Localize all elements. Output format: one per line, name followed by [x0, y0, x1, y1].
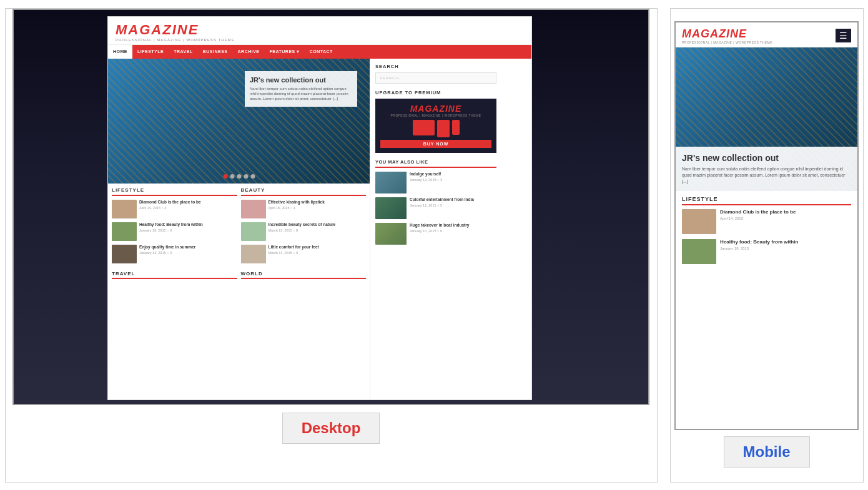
you-may-like-section: YOU MAY ALSO LIKE Indulge yourself Janua…	[375, 159, 496, 245]
item-title: Enjoy quality time in summer	[139, 245, 195, 250]
world-title: WORLD	[241, 271, 367, 279]
mag-sections-row: LIFESTYLE Diamond Club is the place to b…	[108, 184, 370, 271]
list-item: Enjoy quality time in summer January 13,…	[112, 245, 237, 263]
desktop-screenshot: MAGAZINE PROFESSIONAL | MAGAZINE | WORDP…	[12, 9, 649, 405]
mob-logo-area: MAGAZINE PROFESSIONAL | MAGAZINE | WORDP…	[682, 27, 772, 44]
nav-contact[interactable]: CONTACT	[305, 45, 338, 59]
list-item: Diamond Club is the place to be April 14…	[682, 209, 851, 234]
travel-section-header: TRAVEL	[112, 271, 237, 282]
item-meta: March 13, 2015 ○ 0	[269, 251, 319, 255]
mob-item-meta: January 18, 2015	[720, 247, 798, 250]
section-row-bottom: TRAVEL WORLD	[108, 271, 370, 282]
upgrade-banner: MAGAZINE PROFESSIONAL | MAGAZINE | WORDP…	[375, 99, 496, 153]
travel-title: TRAVEL	[112, 271, 237, 279]
desktop-panel: MAGAZINE PROFESSIONAL | MAGAZINE | WORDP…	[5, 8, 658, 483]
list-item: Huge takeover in boat industry January 1…	[375, 223, 496, 245]
mob-item-text: Diamond Club is the place to be April 14…	[720, 209, 796, 220]
item-text: Enjoy quality time in summer January 13,…	[139, 245, 195, 255]
hamburger-icon[interactable]: ☰	[836, 29, 851, 42]
item-meta: January 10, 2015 ○ 6	[410, 229, 469, 233]
item-meta: January 11, 2015 ○ 5	[410, 203, 474, 207]
mag-content: JR's new collection out Nam liber tempor…	[108, 59, 531, 400]
nav-travel[interactable]: TRAVEL	[169, 45, 197, 59]
list-item: Healthy food: Beauty from within January…	[112, 222, 237, 241]
mobile-screenshot: MAGAZINE PROFESSIONAL | MAGAZINE | WORDP…	[674, 21, 859, 430]
item-title: Little comfort for your feet	[269, 245, 319, 250]
nav-features[interactable]: FEATURES ▾	[265, 45, 305, 59]
upgrade-devices	[380, 120, 491, 137]
nav-home[interactable]: HOME	[108, 45, 132, 59]
item-title: Diamond Club is the place to be	[139, 200, 201, 205]
mob-item-meta: April 14, 2015	[720, 217, 796, 220]
mag-header: MAGAZINE PROFESSIONAL | MAGAZINE | WORDP…	[108, 17, 531, 45]
thumb-beauty-3	[241, 245, 266, 263]
item-text: Diamond Club is the place to be April 14…	[139, 200, 201, 210]
item-text: Healthy food: Beauty from within January…	[139, 222, 203, 232]
item-title: Healthy food: Beauty from within	[139, 222, 203, 227]
thumb-beauty-1	[241, 200, 266, 218]
mob-thumb-2	[682, 239, 716, 264]
thumb-beauty-2	[241, 222, 266, 241]
item-title: Huge takeover in boat industry	[410, 223, 469, 228]
item-meta: January 18, 2015 ○ 0	[139, 228, 203, 232]
search-section: SEARCH SEARCH...	[375, 64, 496, 84]
hero-slider: JR's new collection out Nam liber tempor…	[108, 59, 370, 184]
mobile-panel: MAGAZINE PROFESSIONAL | MAGAZINE | WORDP…	[670, 8, 864, 483]
mag-sidebar: SEARCH SEARCH... UPGRADE TO PREMIUM MAGA…	[370, 59, 501, 400]
list-item: Indulge yourself January 12, 2015 ○ 3	[375, 172, 496, 194]
item-text: Effective kissing with lipstick April 15…	[269, 200, 325, 210]
world-section-header: WORLD	[241, 271, 367, 282]
mob-lifestyle-title: LIFESTYLE	[682, 196, 851, 205]
magazine-inner-screenshot: MAGAZINE PROFESSIONAL | MAGAZINE | WORDP…	[107, 16, 532, 400]
item-meta: April 15, 2015 ○ 1	[269, 206, 325, 210]
item-meta: April 14, 2015 ○ 3	[139, 206, 201, 210]
desktop-label: Desktop	[282, 413, 380, 444]
item-title: Incredible beauty secrets of nature	[269, 222, 336, 227]
hero-title: JR's new collection out	[250, 76, 352, 84]
list-item: Diamond Club is the place to be April 14…	[112, 200, 237, 218]
nav-archive[interactable]: ARCHIVE	[233, 45, 265, 59]
may-like-text: Colorful entertainment from India Januar…	[410, 197, 474, 207]
item-title: Indulge yourself	[410, 172, 442, 177]
nav-business[interactable]: BUSINESS	[198, 45, 233, 59]
mobile-label: Mobile	[724, 436, 810, 468]
mob-header: MAGAZINE PROFESSIONAL | MAGAZINE | WORDP…	[676, 22, 857, 47]
list-item: Healthy food: Beauty from within January…	[682, 239, 851, 264]
nav-lifestyle[interactable]: LIFESTYLE	[132, 45, 169, 59]
thumb-lifestyle-3	[112, 245, 137, 263]
upgrade-sub: PROFESSIONAL | MAGAZINE | WORDPRESS THEM…	[380, 114, 491, 117]
mob-logo-sub: PROFESSIONAL | MAGAZINE | WORDPRESS THEM…	[682, 41, 772, 44]
hero-dot-1[interactable]	[223, 174, 227, 179]
buy-now-button[interactable]: BUY NOW	[380, 140, 491, 148]
upgrade-label: UPGRADE TO PREMIUM	[375, 90, 496, 96]
mag-logo-sub: PROFESSIONAL | MAGAZINE | WORDPRESS THEM…	[116, 38, 524, 42]
hero-body: Nam liber tempor cum soluta nobis eleife…	[250, 86, 352, 102]
mob-lifestyle-section: LIFESTYLE Diamond Club is the place to b…	[676, 191, 857, 274]
item-text: Incredible beauty secrets of nature Marc…	[269, 222, 336, 232]
lifestyle-section-title: LIFESTYLE	[112, 187, 237, 196]
mob-thumb-1	[682, 209, 716, 234]
list-item: Colorful entertainment from India Januar…	[375, 197, 496, 219]
device-phone	[452, 120, 460, 135]
hero-dot-3[interactable]	[237, 174, 241, 179]
beauty-section-title: BEAUTY	[241, 187, 367, 196]
mob-item-title: Healthy food: Beauty from within	[720, 239, 798, 245]
upgrade-section: UPGRADE TO PREMIUM MAGAZINE PROFESSIONAL…	[375, 90, 496, 153]
mob-logo: MAGAZINE	[682, 27, 772, 41]
search-input[interactable]: SEARCH...	[375, 72, 496, 84]
hero-dots	[223, 174, 255, 179]
search-label: SEARCH	[375, 64, 496, 69]
may-like-text: Indulge yourself January 12, 2015 ○ 3	[410, 172, 442, 182]
mob-hero: JR's new collection out Nam liber tempor…	[676, 47, 857, 191]
hero-dot-4[interactable]	[244, 174, 248, 179]
hero-dot-5[interactable]	[250, 174, 255, 179]
device-tablet	[437, 120, 450, 137]
device-monitor	[413, 120, 435, 135]
may-like-thumb-1	[375, 172, 407, 194]
hero-dot-2[interactable]	[230, 174, 234, 179]
mob-hero-text: Nam liber tempor cum soluta nobis eleife…	[682, 166, 851, 184]
list-item: Incredible beauty secrets of nature Marc…	[241, 222, 367, 241]
beauty-section: BEAUTY Effective kissing with lipstick A…	[241, 187, 367, 267]
item-meta: January 13, 2015 ○ 0	[139, 251, 195, 255]
list-item: Effective kissing with lipstick April 15…	[241, 200, 367, 218]
